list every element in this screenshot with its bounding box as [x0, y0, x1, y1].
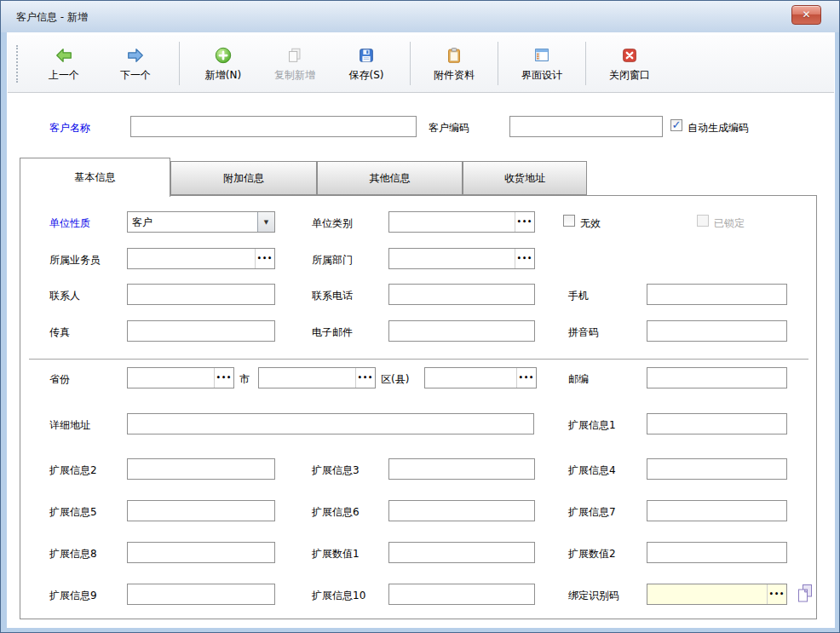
ui-design-button[interactable]: 界面设计: [506, 35, 578, 92]
invalid-label: 无效: [580, 216, 601, 231]
fax-field: [127, 320, 275, 342]
ext4-input[interactable]: [647, 459, 786, 479]
contact-field: [127, 284, 275, 305]
dropdown-arrow-icon[interactable]: ▼: [257, 212, 274, 232]
province-input[interactable]: [128, 368, 214, 388]
attachments-button[interactable]: 附件资料: [418, 35, 490, 92]
ext9-input[interactable]: [128, 584, 274, 604]
invalid-checkbox[interactable]: [563, 215, 575, 227]
ext6-input[interactable]: [389, 501, 534, 521]
customer-name-input[interactable]: [131, 117, 416, 136]
tab-basic-info-label: 基本信息: [75, 171, 116, 183]
autocode-checkbox[interactable]: ✓: [670, 119, 682, 131]
address-input[interactable]: [128, 414, 533, 434]
ext2-label: 扩展信息2: [49, 463, 97, 478]
unit-nature-value: 客户: [132, 216, 152, 230]
tab-shipping-address[interactable]: 收货地址: [463, 161, 587, 195]
lookup-ellipsis-button[interactable]: •••: [214, 368, 233, 388]
mobile-field: [647, 284, 787, 305]
locked-label: 已锁定: [714, 216, 745, 231]
binding-code-input[interactable]: [647, 584, 767, 604]
prev-button[interactable]: 上一个: [28, 35, 100, 92]
city-label: 市: [239, 372, 250, 387]
ext7-label: 扩展信息7: [568, 505, 616, 520]
next-button[interactable]: 下一个: [100, 35, 171, 92]
pinyin-input[interactable]: [647, 321, 786, 341]
extnum2-input[interactable]: [647, 543, 786, 562]
titlebar-close-button[interactable]: ✕: [791, 5, 821, 25]
unit-nature-label: 单位性质: [49, 216, 90, 231]
province-field: •••: [127, 367, 234, 388]
phone-input[interactable]: [389, 285, 534, 304]
ext8-field: [127, 542, 275, 563]
copy-binding-code-button[interactable]: [795, 583, 815, 607]
lookup-ellipsis-button[interactable]: •••: [516, 368, 536, 388]
department-field: •••: [388, 248, 535, 269]
ext6-label: 扩展信息6: [312, 505, 360, 520]
zip-label: 邮编: [568, 372, 589, 387]
city-input[interactable]: [259, 368, 355, 388]
unit-nature-combobox[interactable]: 客户 ▼: [127, 211, 275, 233]
autocode-label: 自动生成编码: [688, 121, 749, 135]
customer-code-input[interactable]: [510, 117, 662, 136]
lookup-ellipsis-button[interactable]: •••: [255, 249, 274, 268]
district-label: 区(县): [381, 372, 409, 387]
unit-category-label: 单位类别: [312, 216, 353, 231]
toolbar-grip[interactable]: [16, 45, 21, 83]
check-icon: ✓: [672, 118, 682, 131]
ext2-input[interactable]: [128, 459, 274, 479]
ext1-label: 扩展信息1: [568, 418, 616, 433]
ext4-field: [647, 458, 787, 480]
section-divider: [29, 359, 808, 362]
fax-input[interactable]: [128, 321, 274, 341]
ext5-input[interactable]: [128, 501, 274, 521]
ui-design-button-label: 界面设计: [521, 68, 562, 83]
red-close-icon: [620, 44, 639, 65]
save-button-label: 保存(S): [349, 68, 384, 83]
district-input[interactable]: [425, 368, 516, 388]
new-button[interactable]: 新增(N): [187, 35, 259, 92]
email-field: [388, 320, 535, 342]
ext10-input[interactable]: [389, 584, 534, 604]
toolbar-separator: [179, 42, 180, 85]
tab-other-info[interactable]: 其他信息: [317, 161, 463, 195]
new-button-label: 新增(N): [205, 68, 241, 83]
mobile-input[interactable]: [647, 285, 786, 304]
ext7-input[interactable]: [647, 501, 786, 521]
lookup-ellipsis-button[interactable]: •••: [767, 584, 786, 604]
tab-additional-info-label: 附加信息: [223, 172, 264, 184]
toolbar-separator: [498, 42, 498, 85]
save-button[interactable]: 保存(S): [331, 35, 402, 92]
zip-input[interactable]: [647, 368, 786, 388]
ext3-input[interactable]: [389, 459, 534, 479]
close-window-button[interactable]: 关闭窗口: [594, 35, 665, 92]
ext5-label: 扩展信息5: [49, 505, 97, 520]
tab-basic-info[interactable]: 基本信息: [20, 158, 170, 197]
next-button-label: 下一个: [120, 68, 151, 83]
email-label: 电子邮件: [312, 325, 353, 340]
ext10-label: 扩展信息10: [312, 589, 365, 603]
titlebar[interactable]: 客户信息 - 新增 ✕: [1, 1, 839, 32]
lookup-ellipsis-button[interactable]: •••: [515, 212, 534, 232]
pinyin-field: [647, 320, 787, 342]
tab-additional-info[interactable]: 附加信息: [170, 161, 317, 195]
toolbar-separator: [410, 42, 411, 85]
contact-label: 联系人: [49, 289, 80, 303]
ext8-input[interactable]: [128, 543, 274, 562]
extnum1-input[interactable]: [389, 543, 534, 562]
lookup-ellipsis-button[interactable]: •••: [355, 368, 375, 388]
lookup-ellipsis-button[interactable]: •••: [515, 249, 534, 268]
address-label: 详细地址: [49, 418, 90, 433]
unit-category-input[interactable]: [389, 212, 515, 232]
email-input[interactable]: [389, 321, 534, 341]
locked-checkbox: [697, 215, 709, 227]
ext8-label: 扩展信息8: [49, 547, 97, 561]
ext3-field: [388, 458, 535, 480]
window-layout-icon: [532, 44, 551, 65]
salesman-input[interactable]: [128, 249, 255, 268]
contact-input[interactable]: [128, 285, 274, 304]
extnum1-label: 扩展数值1: [312, 547, 360, 561]
department-input[interactable]: [389, 249, 515, 268]
ext1-input[interactable]: [647, 414, 786, 434]
tab-other-info-label: 其他信息: [370, 172, 411, 184]
